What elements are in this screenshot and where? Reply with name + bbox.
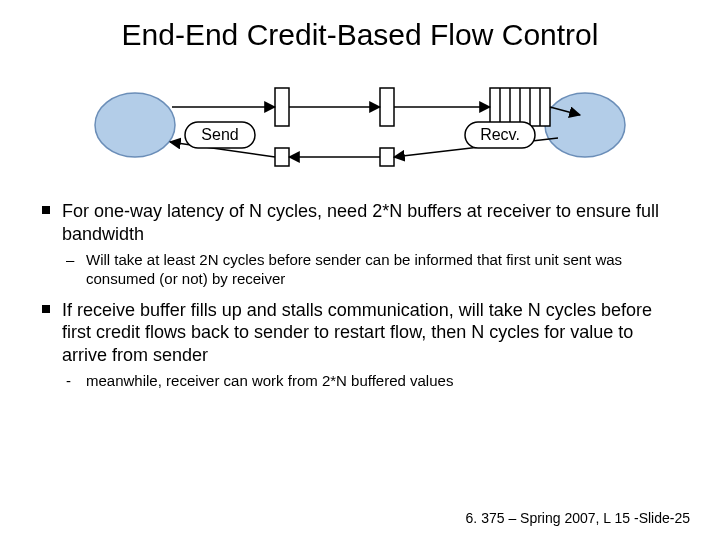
bullet-1-text: For one-way latency of N cycles, need 2*…	[62, 201, 659, 244]
slide-title: End-End Credit-Based Flow Control	[0, 18, 720, 52]
bullet-1-sub-1: Will take at least 2N cycles before send…	[62, 251, 680, 289]
ret-stage-1	[275, 148, 289, 166]
fwd-stage-1	[275, 88, 289, 126]
bullet-1: For one-way latency of N cycles, need 2*…	[40, 200, 680, 289]
bullet-2-sub-1: meanwhile, receiver can work from 2*N bu…	[62, 372, 680, 391]
sender-node	[95, 93, 175, 157]
bullet-2-text: If receive buffer fills up and stalls co…	[62, 300, 652, 365]
send-label: Send	[201, 126, 238, 143]
receiver-node	[545, 93, 625, 157]
slide-footer: 6. 375 – Spring 2007, L 15 -Slide-25	[466, 510, 690, 526]
fwd-stage-2	[380, 88, 394, 126]
bullet-list: For one-way latency of N cycles, need 2*…	[40, 200, 680, 401]
receiver-buffer	[490, 88, 550, 126]
flow-diagram: Send Recv.	[80, 70, 640, 180]
recv-label: Recv.	[480, 126, 520, 143]
ret-stage-2	[380, 148, 394, 166]
bullet-2: If receive buffer fills up and stalls co…	[40, 299, 680, 391]
